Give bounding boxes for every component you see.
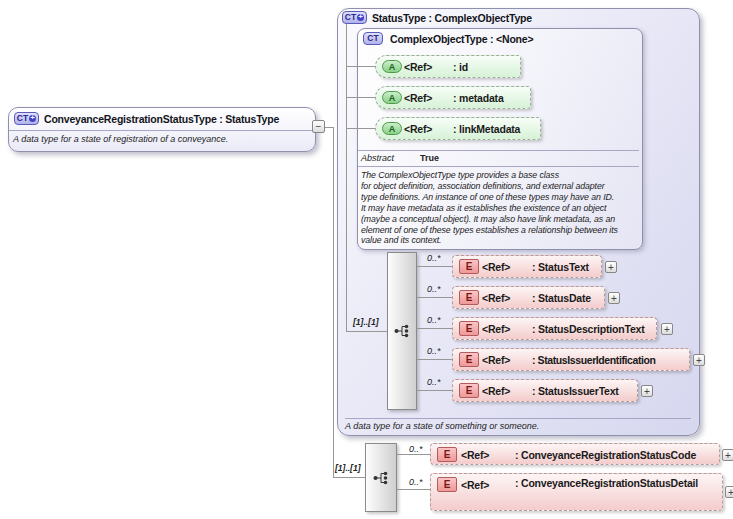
element-statusdescriptiontext[interactable]: E <Ref> : StatusDescriptionText (452, 317, 657, 340)
occurrence-label: 0..* (427, 377, 441, 387)
sequence-icon (394, 324, 410, 338)
element-statusissuertext[interactable]: E <Ref> : StatusIssuerText (452, 379, 638, 402)
complex-type-icon: CT (363, 32, 383, 45)
expand-icon[interactable]: + (641, 385, 653, 397)
connector (417, 297, 452, 298)
connector (346, 97, 375, 98)
complex-type-icon: CT + (342, 11, 367, 24)
attribute-icon: A (382, 122, 402, 135)
expand-icon[interactable]: + (605, 261, 617, 273)
element-ref: <Ref> (482, 292, 510, 304)
element-icon: E (459, 321, 479, 336)
element-ref: <Ref> (461, 449, 489, 461)
connector (346, 66, 375, 67)
xsd-diagram: CT + StatusType : ComplexObjectType CT C… (0, 0, 733, 519)
expand-icon[interactable]: + (608, 292, 620, 304)
attribute-name: : id (453, 61, 468, 73)
occurrence-label: 0..* (409, 477, 423, 487)
element-name: : StatusDescriptionText (532, 323, 644, 335)
derived-type-annotation: A data type for a state of registration … (13, 134, 228, 144)
attribute-linkmetadata[interactable]: A <Ref> : linkMetadata (375, 117, 541, 140)
attribute-icon: A (382, 60, 402, 73)
plus-circle-icon: + (357, 14, 364, 21)
sequence-indicator[interactable] (387, 252, 417, 410)
element-name: : StatusIssuerText (532, 385, 619, 397)
occurrence-label: 0..* (409, 444, 423, 454)
element-name: : StatusDate (532, 292, 591, 304)
element-statusissueridentification[interactable]: E <Ref> : StatusIssuerIdentification (452, 348, 690, 371)
attribute-id[interactable]: A <Ref> : id (375, 55, 521, 78)
connector (397, 454, 430, 455)
attribute-name: : metadata (453, 92, 504, 104)
element-statusdate[interactable]: E <Ref> : StatusDate (452, 286, 605, 309)
derived-type-title: ConveyanceRegistrationStatusType : Statu… (44, 113, 279, 125)
attribute-name: : linkMetadata (453, 123, 520, 135)
element-name: : StatusIssuerIdentification (532, 354, 656, 366)
connector (417, 359, 452, 360)
element-ref: <Ref> (482, 261, 510, 273)
abstract-label: Abstract (361, 153, 394, 163)
element-ref: <Ref> (482, 323, 510, 335)
attribute-metadata[interactable]: A <Ref> : metadata (375, 86, 531, 109)
complex-type-icon: CT + (14, 112, 39, 125)
element-conveyanceregistrationstatuscode[interactable]: E <Ref> : ConveyanceRegistrationStatusCo… (430, 443, 720, 465)
collapse-icon[interactable]: − (312, 120, 325, 133)
attribute-ref: <Ref> (404, 92, 432, 104)
cardinality-label: [1]..[1] (335, 463, 361, 473)
occurrence-label: 0..* (427, 346, 441, 356)
connector (417, 328, 452, 329)
connector (346, 331, 387, 332)
divider (345, 418, 691, 419)
connector (346, 24, 347, 331)
element-icon: E (459, 259, 479, 274)
attribute-ref: <Ref> (404, 123, 432, 135)
connector (417, 266, 452, 267)
element-icon: E (437, 447, 457, 462)
connector (325, 127, 333, 128)
abstract-value: True (420, 153, 439, 163)
sequence-indicator[interactable] (365, 443, 397, 512)
element-icon: E (459, 352, 479, 367)
occurrence-label: 0..* (427, 315, 441, 325)
attribute-icon: A (382, 91, 402, 104)
element-name: : ConveyanceRegistrationStatusCode (515, 449, 696, 461)
element-name: : ConveyanceRegistrationStatusDetail (515, 477, 717, 489)
sequence-icon (373, 471, 389, 485)
expand-icon[interactable]: + (722, 449, 733, 461)
element-ref: <Ref> (482, 385, 510, 397)
occurrence-label: 0..* (427, 253, 441, 263)
connector (397, 489, 430, 490)
element-icon: E (459, 290, 479, 305)
element-name: : StatusText (532, 261, 589, 273)
element-conveyanceregistrationstatusdetail[interactable]: E <Ref> : ConveyanceRegistrationStatusDe… (430, 473, 723, 511)
base-type-title: StatusType : ComplexObjectType (372, 12, 532, 24)
element-ref: <Ref> (482, 354, 510, 366)
expand-icon[interactable]: + (693, 354, 705, 366)
divider (9, 130, 313, 131)
element-statustext[interactable]: E <Ref> : StatusText (452, 255, 602, 278)
type-description: The ComplexObjectType type provides a ba… (361, 170, 618, 246)
connector (333, 127, 334, 478)
element-icon: E (459, 383, 479, 398)
connector (333, 477, 365, 478)
element-icon: E (437, 477, 457, 492)
element-ref: <Ref> (461, 479, 489, 491)
cardinality-label: [1]..[1] (353, 317, 379, 327)
connector (346, 128, 375, 129)
divider (358, 166, 639, 167)
parent-type-title: ComplexObjectType : <None> (390, 33, 533, 45)
plus-circle-icon: + (29, 115, 36, 122)
connector (417, 390, 452, 391)
expand-icon[interactable]: + (661, 323, 673, 335)
divider (358, 150, 639, 151)
expand-icon[interactable]: + (725, 486, 733, 498)
occurrence-label: 0..* (427, 284, 441, 294)
attribute-ref: <Ref> (404, 61, 432, 73)
base-type-annotation: A data type for a state of something or … (345, 421, 539, 431)
